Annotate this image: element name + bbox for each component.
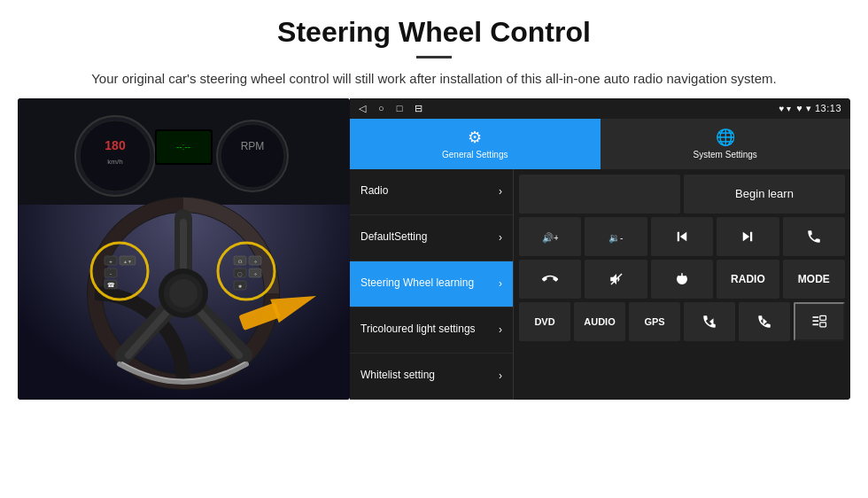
svg-text:+: + (109, 259, 112, 264)
svg-text:✱: ✱ (238, 284, 242, 289)
tab-general-label: General Settings (442, 150, 508, 160)
svg-rect-60 (820, 322, 826, 326)
menu-item-steering-wheel[interactable]: Steering Wheel learning › (350, 261, 513, 307)
status-bar-left: ◁ ○ □ ⊟ (359, 103, 422, 114)
svg-marker-54 (709, 318, 714, 325)
menu-item-defaultsetting[interactable]: DefaultSetting › (350, 215, 513, 261)
svg-rect-56 (813, 316, 819, 318)
svg-text:⋄: ⋄ (254, 259, 257, 264)
tab-system-label: System Settings (694, 150, 757, 160)
svg-rect-52 (750, 231, 752, 241)
svg-text:180: 180 (105, 138, 126, 152)
power-button[interactable] (651, 260, 713, 299)
menu-tricolour-label: Tricoloured light settings (360, 323, 476, 337)
menu-whitelist-label: Whitelist setting (360, 369, 435, 383)
svg-text:🔉-: 🔉- (608, 231, 624, 243)
menu-icon[interactable]: ⊟ (415, 103, 422, 114)
globe-icon: 🌐 (716, 128, 735, 147)
menu-steering-label: Steering Wheel learning (360, 276, 474, 291)
next-track-button[interactable] (717, 217, 779, 256)
svg-text:⋄: ⋄ (254, 271, 257, 276)
android-unit: ◁ ○ □ ⊟ ♥ ▾ ♥ ▾ 13:13 ⚙ General Settings… (350, 98, 850, 400)
menu-item-radio[interactable]: Radio › (350, 169, 513, 215)
controls-column: Begin learn 🔊+ 🔉- (514, 169, 850, 400)
title-divider (416, 56, 452, 58)
svg-marker-49 (680, 231, 687, 241)
vol-up-button[interactable]: 🔊+ (519, 217, 581, 256)
mute-button[interactable] (585, 260, 647, 299)
chevron-right-icon: › (499, 370, 502, 382)
svg-text:RPM: RPM (241, 140, 265, 152)
hang-up-button[interactable] (519, 260, 581, 299)
gps-button[interactable]: GPS (629, 302, 680, 341)
tab-bar: ⚙ General Settings 🌐 System Settings (350, 119, 850, 168)
settings-gear-icon: ⚙ (468, 128, 482, 147)
svg-text:km/h: km/h (107, 158, 122, 166)
chevron-right-icon: › (499, 277, 502, 290)
list-icon-button[interactable] (794, 302, 845, 341)
phone-call-button[interactable] (783, 217, 845, 256)
svg-point-4 (80, 121, 151, 191)
signal-icon: ♥ ▾ (779, 104, 792, 113)
menu-default-label: DefaultSetting (360, 230, 427, 245)
radio-button[interactable]: RADIO (717, 260, 779, 299)
status-bar-right: ♥ ▾ ♥ ▾ 13:13 (779, 103, 841, 114)
svg-rect-59 (820, 315, 826, 320)
menu-column: Radio › DefaultSetting › Steering Wheel … (350, 169, 514, 400)
tel-prev-button[interactable] (684, 302, 735, 341)
recents-icon[interactable]: □ (397, 103, 403, 114)
control-row-4: DVD AUDIO GPS (519, 302, 845, 341)
audio-button[interactable]: AUDIO (574, 302, 625, 341)
svg-rect-57 (813, 320, 819, 322)
control-row-3: RADIO MODE (519, 260, 845, 299)
svg-point-24 (169, 279, 198, 307)
svg-text:🔊+: 🔊+ (542, 231, 558, 243)
svg-text:◯: ◯ (237, 271, 243, 277)
vol-down-button[interactable]: 🔉- (585, 217, 647, 256)
page-header: Steering Wheel Control Your original car… (0, 0, 868, 98)
panel-area: Radio › DefaultSetting › Steering Wheel … (350, 169, 850, 400)
svg-rect-58 (813, 323, 819, 325)
chevron-right-icon: › (499, 231, 502, 244)
svg-point-8 (221, 124, 284, 188)
page-subtitle: Your original car's steering wheel contr… (71, 69, 797, 89)
empty-input-field (519, 175, 680, 214)
control-row-2: 🔊+ 🔉- (519, 217, 845, 256)
tab-general-settings[interactable]: ⚙ General Settings (350, 119, 601, 168)
svg-rect-50 (678, 231, 679, 241)
tel-next-button[interactable] (739, 302, 790, 341)
menu-radio-label: Radio (360, 184, 388, 198)
menu-item-whitelist[interactable]: Whitelist setting › (350, 354, 513, 400)
svg-text:-: - (110, 271, 112, 276)
svg-text:▲▼: ▲▼ (123, 259, 132, 264)
car-image: 180 km/h RPM --:-- (18, 98, 350, 400)
home-icon[interactable]: ○ (378, 103, 384, 114)
prev-track-button[interactable] (651, 217, 713, 256)
dvd-button[interactable]: DVD (519, 302, 570, 341)
time-display: ♥ ▾ 13:13 (796, 103, 841, 114)
status-bar: ◁ ○ □ ⊟ ♥ ▾ ♥ ▾ 13:13 (350, 98, 850, 120)
menu-item-tricoloured[interactable]: Tricoloured light settings › (350, 307, 513, 354)
back-icon[interactable]: ◁ (359, 103, 366, 114)
main-content: 180 km/h RPM --:-- (0, 98, 868, 417)
svg-marker-51 (743, 231, 750, 241)
tab-system-settings[interactable]: 🌐 System Settings (601, 119, 851, 168)
page-title: Steering Wheel Control (53, 16, 815, 49)
begin-learn-button[interactable]: Begin learn (684, 175, 845, 214)
svg-text:☎: ☎ (107, 282, 115, 288)
chevron-right-icon: › (499, 185, 502, 198)
control-row-1: Begin learn (519, 175, 845, 214)
chevron-right-icon: › (499, 323, 502, 336)
mode-button[interactable]: MODE (783, 260, 845, 299)
svg-text:--:--: --:-- (176, 142, 190, 152)
